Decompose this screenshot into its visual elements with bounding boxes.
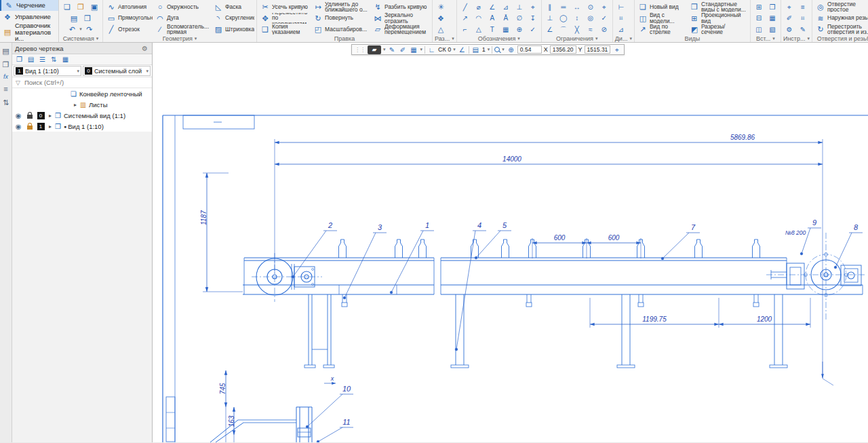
angle-constraint-button[interactable]: ∠ [544,24,556,35]
position-callout-3[interactable]: 3 [343,223,387,299]
undo-button[interactable]: ↶ [66,24,78,35]
check-constraint-button[interactable]: ✓ [598,13,610,24]
cross-constraint-button[interactable]: ╳ [571,24,583,35]
x-coordinate-field[interactable]: 1356.20 [550,45,576,54]
style-pen-icon[interactable]: ✎ [388,45,397,54]
arrow-view-button[interactable]: ↗Вид по стрелке [637,24,687,35]
deform-button[interactable]: ▱Деформация перемещением [372,24,430,35]
view-from-model-button[interactable]: ◫Вид с модели... [637,13,687,24]
node-designation-button[interactable]: ⊕ [513,24,526,35]
position-callout-4[interactable]: 4 [455,221,486,351]
standard-views-button[interactable]: ❒Стандартные виды с модели... [688,1,748,12]
chevron-down-icon[interactable]: ▾ [502,47,505,52]
insert-table-button[interactable]: ▦ [766,13,778,24]
zoom-value-field[interactable]: 0.54 [517,45,542,54]
rectangle-button[interactable]: ▭Прямоугольник [105,13,153,24]
perpendicular-constraint-button[interactable]: ⊥ [544,13,556,24]
cursor-crosshair-icon[interactable]: ⌖ [612,45,621,54]
lock-icon[interactable] [27,115,33,119]
unlock-icon[interactable] [27,126,33,130]
rebuild-holes-button[interactable]: ↻Перестроить отверстия и из... [814,24,868,35]
deviation-button[interactable]: ⊿ [615,24,627,35]
radial-dimension-button[interactable]: ◠ [473,13,485,24]
insert-picture-button[interactable]: ▧ [766,24,778,35]
tolerance-button[interactable]: ⊿ [500,1,512,12]
fix-constraint-button[interactable]: ⌖ [598,1,610,12]
arrow-down-button[interactable]: ↧ [527,13,539,24]
base-symbol-button[interactable]: △ [473,24,485,35]
angle-snap-icon[interactable]: ∠ [458,45,467,54]
move-by-coordinates-button[interactable]: ✥Переместить по координатам [259,13,311,24]
align-vertical-button[interactable]: ↕ [571,13,583,24]
concentric-constraint-button[interactable]: ⊙ [585,1,597,12]
components-toggle-icon[interactable]: ❐ [1,60,11,69]
save-document-button[interactable]: ▣ [88,1,100,12]
print-button[interactable]: ▤ [68,13,80,24]
align-horizontal-button[interactable]: ↔ [571,1,583,12]
filter-icon[interactable]: ▽ [16,79,20,86]
symmetry-constraint-button[interactable]: ⊘ [598,24,610,35]
tree-search[interactable]: ▽ [12,77,152,88]
position-callout-7[interactable]: 7 [661,223,700,260]
split-curve-button[interactable]: ↯Разбить кривую [372,1,430,12]
autoline-button[interactable]: ∿Автолиния [105,1,153,12]
tab-material-reference[interactable]: ▤ Справочник материалов и... [0,22,58,42]
chevron-down-icon[interactable]: ▾ [383,47,386,52]
parallel-constraint-button[interactable]: ∥ [544,1,556,12]
edit-tool-button[interactable]: ✎ [797,24,809,35]
open-document-button[interactable]: ❐ [75,1,87,12]
expander-icon[interactable]: ▸ [72,102,79,108]
eye-icon[interactable]: ◉ [16,112,22,119]
grid-tool-button[interactable]: ⌗ [797,13,809,24]
circle-button[interactable]: ○Окружность [154,1,211,12]
tree-row-view1[interactable]: ◉ 1 ▸ ❐ ● Вид 1 (1:10) [12,121,152,132]
drawing-tree-toggle-icon[interactable]: ▤ [1,46,11,56]
style-pen2-icon[interactable]: ✐ [399,45,408,54]
variables-toggle-icon[interactable]: fx [3,73,8,80]
chevron-down-icon[interactable]: ▾ [488,47,490,52]
drawing-area[interactable]: ⋮⋮ ▰ ▾ ✎ ✐ ▦ ▾ ∟ СК 0 ▾ ∠ ▤ 1 ▾ ▾ ⊕ 0.54… [153,43,868,442]
gear-icon[interactable]: ⚙ [140,44,149,53]
letter-designation-button[interactable]: А [486,13,498,24]
table-button[interactable]: ▦ [500,24,512,35]
angle-dimension-button[interactable]: ∠ [486,1,498,12]
sections-button[interactable]: ◩Разрезы/сечение [688,24,748,35]
circle-constraint-button[interactable]: ◯ [557,13,570,24]
tab-management[interactable]: ❖ Управление [0,11,58,22]
extend-button[interactable]: ↦Удлинить до ближайшего о... [312,1,370,12]
tree-row-sheets[interactable]: ▸ ▥ Листы [12,99,152,110]
position-callout-8[interactable]: 8 [834,223,863,269]
grid-icon[interactable]: ▦ [410,45,418,54]
perpendicular-symbol-button[interactable]: ⊥ [513,1,526,12]
drag-handle-icon[interactable]: ⋮⋮ [355,47,366,53]
redo-button[interactable]: ↷ [83,24,96,35]
properties-toggle-icon[interactable]: ≡ [1,84,11,94]
zoom-in-icon[interactable]: ⊕ [507,45,515,54]
eye-icon[interactable]: ◉ [16,123,22,130]
hatch-button[interactable]: ▨Штриховка [212,24,254,35]
construction-line-button[interactable]: ∕Вспомогатель... прямая [154,24,211,35]
scale-button[interactable]: ◰Масштабиров... [312,24,370,35]
check-mark-button[interactable]: ✓ [527,24,539,35]
chevron-down-icon[interactable]: ▾ [453,47,456,52]
tree-row-system-view[interactable]: ◉ 0 ▸ ❐ Системный вид (1:1) [12,110,152,121]
marking-leader-button[interactable]: Ā [500,13,512,24]
active-layer-value[interactable]: 1 [482,46,486,53]
insert-view-button[interactable]: ⊞ [753,1,765,12]
y-coordinate-field[interactable]: 1515.31 [585,45,611,54]
tangent-constraint-button[interactable]: ⌒ [557,24,570,35]
chevron-down-icon[interactable]: ▾ [420,47,423,52]
pen-tool-button[interactable]: ✐ [783,13,795,24]
diameter-symbol-button[interactable]: ∅ [513,13,526,24]
navigation-toggle-icon[interactable]: ⇅ [1,98,11,107]
position-callout-11[interactable]: 11 [317,418,353,442]
mirror-button[interactable]: ⋈Зеркально отразить [372,13,430,24]
leader-button[interactable]: ↗ [459,13,471,24]
collect-button[interactable]: ❖ [435,13,447,24]
external-thread-button[interactable]: ≋Наружная резьба [814,13,868,24]
fillet-button[interactable]: ◝Скругление [212,13,254,24]
current-view-combo[interactable]: 1 Вид 1 (1:10) ▾ [14,66,81,76]
panel-layout-icon[interactable]: ❐ [15,55,24,64]
trim-curve-button[interactable]: ✂Усечь кривую [259,1,311,12]
center-marker-button[interactable]: ⌖ [527,1,539,12]
